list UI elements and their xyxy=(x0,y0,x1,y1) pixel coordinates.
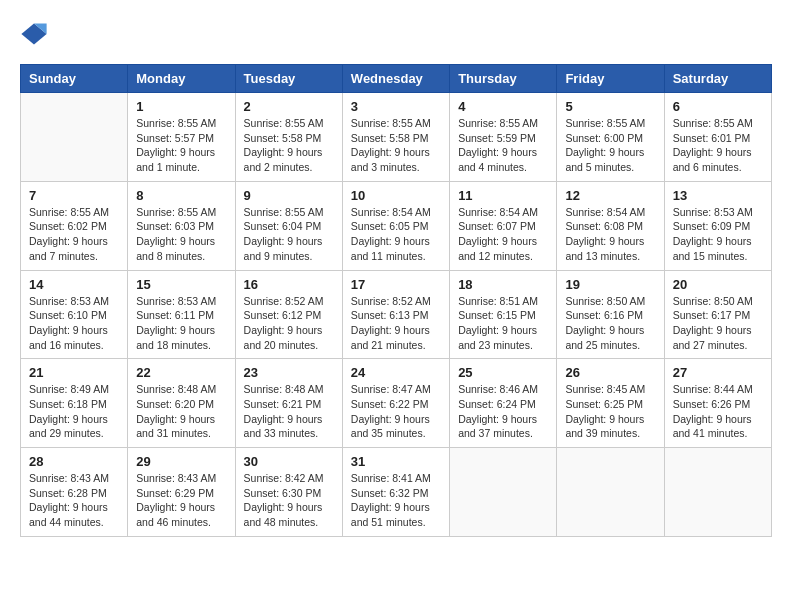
logo-icon xyxy=(20,20,48,48)
header-row: SundayMondayTuesdayWednesdayThursdayFrid… xyxy=(21,65,772,93)
day-info: Sunrise: 8:49 AMSunset: 6:18 PMDaylight:… xyxy=(29,382,119,441)
calendar-cell: 31Sunrise: 8:41 AMSunset: 6:32 PMDayligh… xyxy=(342,448,449,537)
calendar-cell: 23Sunrise: 8:48 AMSunset: 6:21 PMDayligh… xyxy=(235,359,342,448)
week-row-0: 1Sunrise: 8:55 AMSunset: 5:57 PMDaylight… xyxy=(21,93,772,182)
header-sunday: Sunday xyxy=(21,65,128,93)
day-number: 8 xyxy=(136,188,226,203)
day-number: 20 xyxy=(673,277,763,292)
calendar-cell: 6Sunrise: 8:55 AMSunset: 6:01 PMDaylight… xyxy=(664,93,771,182)
calendar-cell: 16Sunrise: 8:52 AMSunset: 6:12 PMDayligh… xyxy=(235,270,342,359)
calendar-cell: 13Sunrise: 8:53 AMSunset: 6:09 PMDayligh… xyxy=(664,181,771,270)
calendar-cell xyxy=(21,93,128,182)
day-info: Sunrise: 8:46 AMSunset: 6:24 PMDaylight:… xyxy=(458,382,548,441)
day-info: Sunrise: 8:53 AMSunset: 6:09 PMDaylight:… xyxy=(673,205,763,264)
calendar-cell: 4Sunrise: 8:55 AMSunset: 5:59 PMDaylight… xyxy=(450,93,557,182)
calendar-cell: 5Sunrise: 8:55 AMSunset: 6:00 PMDaylight… xyxy=(557,93,664,182)
day-info: Sunrise: 8:55 AMSunset: 5:58 PMDaylight:… xyxy=(244,116,334,175)
day-info: Sunrise: 8:52 AMSunset: 6:13 PMDaylight:… xyxy=(351,294,441,353)
calendar-cell: 9Sunrise: 8:55 AMSunset: 6:04 PMDaylight… xyxy=(235,181,342,270)
calendar-cell: 17Sunrise: 8:52 AMSunset: 6:13 PMDayligh… xyxy=(342,270,449,359)
week-row-3: 21Sunrise: 8:49 AMSunset: 6:18 PMDayligh… xyxy=(21,359,772,448)
day-number: 3 xyxy=(351,99,441,114)
calendar-header: SundayMondayTuesdayWednesdayThursdayFrid… xyxy=(21,65,772,93)
day-number: 27 xyxy=(673,365,763,380)
calendar-cell: 10Sunrise: 8:54 AMSunset: 6:05 PMDayligh… xyxy=(342,181,449,270)
day-info: Sunrise: 8:50 AMSunset: 6:16 PMDaylight:… xyxy=(565,294,655,353)
calendar-cell: 11Sunrise: 8:54 AMSunset: 6:07 PMDayligh… xyxy=(450,181,557,270)
day-number: 6 xyxy=(673,99,763,114)
header-saturday: Saturday xyxy=(664,65,771,93)
day-number: 16 xyxy=(244,277,334,292)
day-info: Sunrise: 8:55 AMSunset: 6:01 PMDaylight:… xyxy=(673,116,763,175)
calendar-cell: 7Sunrise: 8:55 AMSunset: 6:02 PMDaylight… xyxy=(21,181,128,270)
day-info: Sunrise: 8:48 AMSunset: 6:21 PMDaylight:… xyxy=(244,382,334,441)
day-number: 24 xyxy=(351,365,441,380)
day-info: Sunrise: 8:50 AMSunset: 6:17 PMDaylight:… xyxy=(673,294,763,353)
day-number: 18 xyxy=(458,277,548,292)
day-info: Sunrise: 8:53 AMSunset: 6:11 PMDaylight:… xyxy=(136,294,226,353)
day-number: 15 xyxy=(136,277,226,292)
calendar-body: 1Sunrise: 8:55 AMSunset: 5:57 PMDaylight… xyxy=(21,93,772,537)
day-number: 14 xyxy=(29,277,119,292)
calendar-cell: 18Sunrise: 8:51 AMSunset: 6:15 PMDayligh… xyxy=(450,270,557,359)
day-number: 1 xyxy=(136,99,226,114)
day-number: 30 xyxy=(244,454,334,469)
day-number: 31 xyxy=(351,454,441,469)
week-row-1: 7Sunrise: 8:55 AMSunset: 6:02 PMDaylight… xyxy=(21,181,772,270)
week-row-2: 14Sunrise: 8:53 AMSunset: 6:10 PMDayligh… xyxy=(21,270,772,359)
day-info: Sunrise: 8:54 AMSunset: 6:08 PMDaylight:… xyxy=(565,205,655,264)
calendar-cell: 8Sunrise: 8:55 AMSunset: 6:03 PMDaylight… xyxy=(128,181,235,270)
calendar-cell: 1Sunrise: 8:55 AMSunset: 5:57 PMDaylight… xyxy=(128,93,235,182)
day-number: 12 xyxy=(565,188,655,203)
day-number: 5 xyxy=(565,99,655,114)
calendar-cell: 27Sunrise: 8:44 AMSunset: 6:26 PMDayligh… xyxy=(664,359,771,448)
day-number: 2 xyxy=(244,99,334,114)
header-wednesday: Wednesday xyxy=(342,65,449,93)
calendar-cell: 2Sunrise: 8:55 AMSunset: 5:58 PMDaylight… xyxy=(235,93,342,182)
day-info: Sunrise: 8:47 AMSunset: 6:22 PMDaylight:… xyxy=(351,382,441,441)
calendar-cell: 29Sunrise: 8:43 AMSunset: 6:29 PMDayligh… xyxy=(128,448,235,537)
header-monday: Monday xyxy=(128,65,235,93)
day-number: 13 xyxy=(673,188,763,203)
day-info: Sunrise: 8:55 AMSunset: 5:58 PMDaylight:… xyxy=(351,116,441,175)
week-row-4: 28Sunrise: 8:43 AMSunset: 6:28 PMDayligh… xyxy=(21,448,772,537)
day-number: 21 xyxy=(29,365,119,380)
day-number: 4 xyxy=(458,99,548,114)
day-info: Sunrise: 8:48 AMSunset: 6:20 PMDaylight:… xyxy=(136,382,226,441)
calendar-cell: 28Sunrise: 8:43 AMSunset: 6:28 PMDayligh… xyxy=(21,448,128,537)
day-number: 9 xyxy=(244,188,334,203)
day-info: Sunrise: 8:51 AMSunset: 6:15 PMDaylight:… xyxy=(458,294,548,353)
calendar-cell: 15Sunrise: 8:53 AMSunset: 6:11 PMDayligh… xyxy=(128,270,235,359)
day-number: 19 xyxy=(565,277,655,292)
day-info: Sunrise: 8:55 AMSunset: 6:00 PMDaylight:… xyxy=(565,116,655,175)
day-info: Sunrise: 8:53 AMSunset: 6:10 PMDaylight:… xyxy=(29,294,119,353)
day-info: Sunrise: 8:52 AMSunset: 6:12 PMDaylight:… xyxy=(244,294,334,353)
calendar-cell xyxy=(664,448,771,537)
day-number: 29 xyxy=(136,454,226,469)
day-info: Sunrise: 8:54 AMSunset: 6:07 PMDaylight:… xyxy=(458,205,548,264)
day-info: Sunrise: 8:54 AMSunset: 6:05 PMDaylight:… xyxy=(351,205,441,264)
calendar-cell: 20Sunrise: 8:50 AMSunset: 6:17 PMDayligh… xyxy=(664,270,771,359)
calendar-cell: 19Sunrise: 8:50 AMSunset: 6:16 PMDayligh… xyxy=(557,270,664,359)
calendar-cell: 30Sunrise: 8:42 AMSunset: 6:30 PMDayligh… xyxy=(235,448,342,537)
day-number: 17 xyxy=(351,277,441,292)
day-info: Sunrise: 8:43 AMSunset: 6:28 PMDaylight:… xyxy=(29,471,119,530)
day-info: Sunrise: 8:41 AMSunset: 6:32 PMDaylight:… xyxy=(351,471,441,530)
calendar-cell: 26Sunrise: 8:45 AMSunset: 6:25 PMDayligh… xyxy=(557,359,664,448)
calendar-cell: 24Sunrise: 8:47 AMSunset: 6:22 PMDayligh… xyxy=(342,359,449,448)
day-number: 25 xyxy=(458,365,548,380)
day-number: 23 xyxy=(244,365,334,380)
calendar-cell: 12Sunrise: 8:54 AMSunset: 6:08 PMDayligh… xyxy=(557,181,664,270)
calendar-cell: 3Sunrise: 8:55 AMSunset: 5:58 PMDaylight… xyxy=(342,93,449,182)
calendar-cell xyxy=(557,448,664,537)
header-friday: Friday xyxy=(557,65,664,93)
calendar-cell: 14Sunrise: 8:53 AMSunset: 6:10 PMDayligh… xyxy=(21,270,128,359)
calendar-table: SundayMondayTuesdayWednesdayThursdayFrid… xyxy=(20,64,772,537)
day-info: Sunrise: 8:43 AMSunset: 6:29 PMDaylight:… xyxy=(136,471,226,530)
day-info: Sunrise: 8:45 AMSunset: 6:25 PMDaylight:… xyxy=(565,382,655,441)
day-info: Sunrise: 8:55 AMSunset: 5:57 PMDaylight:… xyxy=(136,116,226,175)
calendar-cell: 21Sunrise: 8:49 AMSunset: 6:18 PMDayligh… xyxy=(21,359,128,448)
calendar-cell: 25Sunrise: 8:46 AMSunset: 6:24 PMDayligh… xyxy=(450,359,557,448)
day-number: 11 xyxy=(458,188,548,203)
day-info: Sunrise: 8:42 AMSunset: 6:30 PMDaylight:… xyxy=(244,471,334,530)
